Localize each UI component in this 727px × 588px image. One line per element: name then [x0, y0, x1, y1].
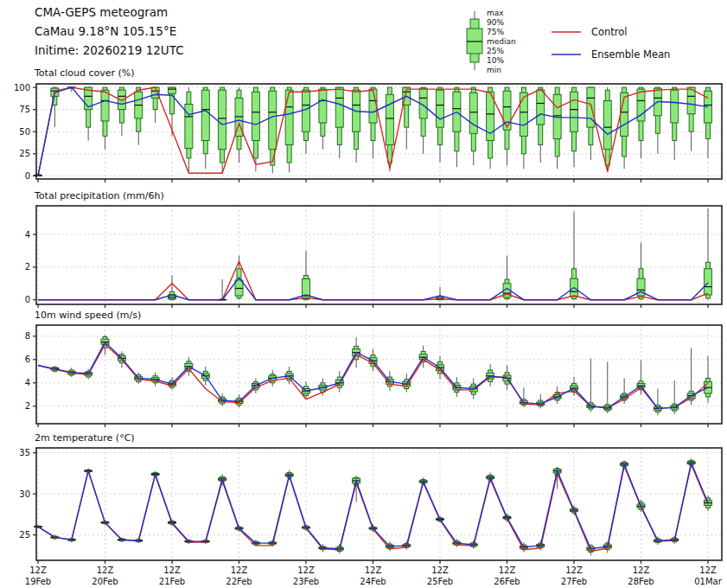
xtick-date-label: 22Feb: [226, 577, 252, 586]
temp-ytick-label: 25: [19, 530, 30, 540]
xtick-date-label: 28Feb: [628, 577, 654, 586]
xtick-date-label: 24Feb: [360, 577, 386, 586]
xtick-hour-label: 12Z: [365, 566, 382, 575]
legend-label-p10: 10%: [487, 56, 504, 65]
panel-precip: 024: [25, 206, 722, 308]
legend-line-samples: [552, 32, 581, 54]
legend-ensemble-label: Ensemble Mean: [591, 48, 670, 61]
temp-ytick-label: 35: [19, 448, 30, 457]
legend-label-max: max: [487, 9, 504, 17]
panel-temp: 25303512Z19Feb12Z20Feb12Z21Feb12Z22Feb12…: [19, 448, 722, 586]
xtick-hour-label: 12Z: [633, 566, 650, 575]
cloud-ytick-label: 75: [19, 105, 30, 114]
precip-ytick-label: 4: [25, 230, 30, 240]
panel-title-precip: Total precipitation (mm/6h): [35, 190, 164, 201]
xtick-date-label: 27Feb: [561, 577, 587, 586]
xtick-hour-label: 12Z: [29, 566, 47, 575]
meteogram-page: 0255075100024246825303512Z19Feb12Z20Feb1…: [0, 0, 727, 588]
cloud-ytick-label: 100: [14, 83, 30, 93]
wind-boxplots: [51, 335, 712, 415]
meteogram-chart: 0255075100024246825303512Z19Feb12Z20Feb1…: [0, 0, 727, 588]
temp-ytick-label: 30: [19, 489, 30, 499]
xtick-hour-label: 12Z: [297, 566, 315, 575]
cloud-ytick-label: 25: [19, 149, 30, 158]
legend-label-p25: 25%: [487, 47, 504, 55]
legend-label-median: median: [487, 37, 516, 46]
wind-ytick-label: 2: [25, 401, 30, 411]
legend-box-glyph: [467, 11, 482, 70]
precip-ytick-label: 2: [25, 262, 30, 272]
xtick-date-label: 23Feb: [293, 577, 319, 586]
cloud-ytick-label: 50: [19, 127, 30, 137]
panel-title-wind: 10m wind speed (m/s): [35, 310, 141, 321]
location-line: CaMau 9.18°N 105.15°E: [35, 24, 176, 38]
xtick-date-label: 26Feb: [494, 577, 520, 586]
xtick-hour-label: 12Z: [565, 566, 583, 575]
xtick-hour-label: 12Z: [163, 566, 181, 575]
panel-title-temp: 2m temperature (°C): [35, 432, 135, 444]
xtick-hour-label: 12Z: [699, 566, 717, 575]
xtick-date-label: 21Feb: [159, 577, 185, 586]
xtick-date-label: 20Feb: [92, 577, 118, 586]
xtick-hour-label: 12Z: [97, 566, 114, 575]
wind-ytick-label: 8: [25, 331, 30, 341]
xtick-hour-label: 12Z: [431, 566, 449, 575]
panel-title-cloud: Total cloud cover (%): [35, 67, 135, 79]
panel-cloud: 0255075100: [14, 83, 722, 182]
xtick-date-label: 25Feb: [427, 577, 453, 586]
xtick-date-label: 01Mar: [694, 577, 722, 586]
wind-ytick-label: 4: [25, 378, 30, 387]
panel-wind: 2468: [25, 325, 722, 427]
precip-ytick-label: 0: [25, 295, 30, 304]
xtick-hour-label: 12Z: [231, 566, 248, 575]
legend-control-label: Control: [591, 26, 628, 38]
inittime-line: Initime: 20260219 12UTC: [35, 43, 184, 57]
cloud-ytick-label: 0: [25, 171, 30, 181]
xtick-date-label: 19Feb: [25, 577, 51, 586]
xtick-hour-label: 12Z: [499, 566, 516, 575]
page-title: CMA-GEPS meteogram: [35, 5, 168, 19]
legend-label-p75: 75%: [487, 28, 504, 36]
legend-label-p90: 90%: [487, 18, 504, 27]
wind-ytick-label: 6: [25, 355, 30, 364]
legend-label-min: min: [487, 66, 501, 74]
